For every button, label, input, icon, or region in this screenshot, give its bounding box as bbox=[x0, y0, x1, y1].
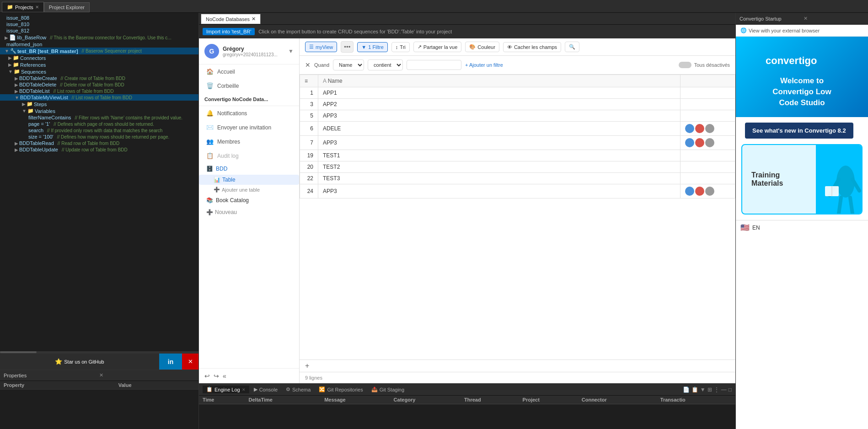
copy-button[interactable]: 📋 bbox=[691, 386, 698, 393]
disable-all-toggle[interactable]: Tous désactivés bbox=[679, 62, 730, 68]
menu-invite[interactable]: ✉️ Envoyer une invitation bbox=[199, 120, 299, 134]
filter-log-button[interactable]: ▼ bbox=[700, 386, 706, 393]
filter-field-select[interactable]: Name bbox=[333, 59, 364, 70]
tab-git-repos[interactable]: 🔀 Git Repositories bbox=[315, 386, 366, 393]
toggle-switch[interactable] bbox=[679, 62, 691, 68]
tree-item-bddread[interactable]: ▶ BDDTableRead // Read row of Table from… bbox=[0, 140, 198, 146]
cacher-button[interactable]: 👁 Cacher les champs bbox=[503, 42, 561, 52]
tree-item-lib-baserow[interactable]: ▶ 📄 lib_BaseRow // This is the Baserow c… bbox=[0, 34, 198, 41]
db-bdd[interactable]: 🗄️ BDD bbox=[199, 163, 299, 175]
close-filter-icon[interactable]: ✕ bbox=[305, 61, 311, 69]
menu-corbeille[interactable]: 🗑️ Corbeille bbox=[199, 79, 299, 93]
row-number: 7 bbox=[300, 136, 318, 150]
tree-item-references[interactable]: ▶ 📁 References bbox=[0, 61, 198, 68]
table-row[interactable]: 24APP3 bbox=[300, 184, 735, 198]
col-header-name[interactable]: A Name bbox=[318, 75, 680, 87]
tree-item-bddupdate[interactable]: ▶ BDDTableUpdate // Update row of Table … bbox=[0, 146, 198, 153]
tree-item-steps[interactable]: ▶ 📁 Steps bbox=[0, 101, 198, 107]
table-row[interactable]: 22TEST3 bbox=[300, 173, 735, 184]
menu-membres[interactable]: 👥 Membres bbox=[199, 134, 299, 149]
cacher-label: Cacher les champs bbox=[514, 44, 557, 50]
filter-button[interactable]: ▼ 1 Filtre bbox=[357, 42, 388, 52]
minimize-button[interactable]: — bbox=[721, 386, 727, 393]
tree-item-bdddelete[interactable]: ▶ BDDTableDelete // Delete row of Table … bbox=[0, 81, 198, 88]
row-number: 1 bbox=[300, 87, 318, 99]
tree-item-issue812[interactable]: issue_812 bbox=[0, 27, 198, 34]
layout-button[interactable]: ⊞ bbox=[707, 386, 712, 393]
table-row[interactable]: 6ADELE bbox=[300, 122, 735, 136]
book-catalog-item[interactable]: 📚 Book Catalog bbox=[199, 194, 299, 206]
menu-accueil[interactable]: 🏠 Accueil bbox=[199, 64, 299, 79]
table-row[interactable]: 7APP3 bbox=[300, 136, 735, 150]
tree-item-bddcreate[interactable]: ▶ BDDTableCreate // Create row of Table … bbox=[0, 75, 198, 81]
more-button[interactable]: ⋮ bbox=[714, 386, 719, 393]
tree-item-search[interactable]: search // If provided only rows with dat… bbox=[0, 127, 198, 134]
myview-button[interactable]: ☰ myView bbox=[305, 42, 337, 52]
nocode-tab-close[interactable]: ✕ bbox=[252, 16, 256, 22]
bddlist-expand: ▶ bbox=[15, 89, 18, 94]
row-avatar bbox=[705, 138, 714, 147]
table-row[interactable]: 5APP3 bbox=[300, 110, 735, 122]
tree-item-bddmyviewlist[interactable]: ▼ BDDTableMyViewList // List rows of Tab… bbox=[0, 94, 198, 101]
more-options-button[interactable]: ••• bbox=[341, 41, 354, 53]
tree-item-issue810[interactable]: issue_810 bbox=[0, 21, 198, 27]
add-filter-button[interactable]: + Ajouter un filtre bbox=[465, 62, 503, 68]
tree-item-issue808[interactable]: issue_808 bbox=[0, 15, 198, 21]
undo-button[interactable]: ↩ bbox=[204, 372, 210, 380]
add-table-button[interactable]: ➕ Ajouter une table bbox=[199, 185, 299, 194]
table-row[interactable]: 3APP2 bbox=[300, 99, 735, 110]
tab-projects[interactable]: 📁 Projects ✕ bbox=[2, 2, 44, 12]
nocode-sidebar: G Grégory gregoryv+202401181123... ▼ 🏠 A… bbox=[199, 38, 300, 383]
tab-git-staging[interactable]: 📤 Git Staging bbox=[368, 386, 408, 393]
bddread-expand: ▶ bbox=[15, 141, 18, 146]
collapse-button[interactable]: « bbox=[223, 372, 226, 380]
convertigo-header: Convertigo Startup ✕ bbox=[736, 13, 868, 25]
tab-explorer[interactable]: Project Explorer bbox=[44, 2, 90, 12]
tab-projects-close[interactable]: ✕ bbox=[35, 5, 39, 10]
training-section[interactable]: Training Materials bbox=[741, 144, 863, 214]
linkedin-button[interactable]: in bbox=[159, 354, 182, 370]
view-external-label: View with your external browser bbox=[749, 28, 820, 33]
close-icon: ✕ bbox=[188, 358, 193, 365]
table-row[interactable]: 1APP1 bbox=[300, 87, 735, 99]
tree-item-sequences[interactable]: ▼ 📁 Sequences bbox=[0, 68, 198, 75]
tree-item-page[interactable]: page = '1' // Defines which page of rows… bbox=[0, 121, 198, 127]
properties-close[interactable]: ✕ bbox=[99, 372, 195, 378]
tree-item-bddlist[interactable]: ▶ BDDTableList // List rows of Table fro… bbox=[0, 88, 198, 94]
filter-condition-select[interactable]: contient bbox=[368, 59, 403, 70]
engine-log-close[interactable]: ✕ bbox=[242, 387, 246, 392]
tree-item-variables[interactable]: ▼ 📁 Variables bbox=[0, 107, 198, 114]
tree-item-filterNameContains[interactable]: filterNameContains // Filter rows with '… bbox=[0, 114, 198, 121]
table-item-table[interactable]: 📊 Table bbox=[199, 175, 299, 185]
menu-notifications[interactable]: 🔔 Notifications bbox=[199, 106, 299, 120]
redo-button[interactable]: ↪ bbox=[214, 372, 219, 380]
couleur-button[interactable]: 🎨 Couleur bbox=[465, 42, 499, 52]
close-left-panel-button[interactable]: ✕ bbox=[182, 354, 198, 370]
tri-button[interactable]: ↕ Tri bbox=[391, 42, 410, 52]
tree-item-malformed[interactable]: malformed_json bbox=[0, 41, 198, 48]
tree-item-size[interactable]: size = '100' // Defines how many rows sh… bbox=[0, 134, 198, 140]
nouveau-button[interactable]: ➕ Nouveau bbox=[199, 206, 299, 218]
row-images bbox=[680, 110, 735, 122]
tab-console[interactable]: ▶ Console bbox=[250, 386, 281, 393]
menu-audit: 📋 Audit log bbox=[199, 149, 299, 163]
import-button[interactable]: Import into 'test_BR' bbox=[203, 28, 255, 35]
partager-button[interactable]: ↗ Partager la vue bbox=[413, 42, 462, 52]
table-row[interactable]: 19TEST1 bbox=[300, 150, 735, 161]
user-dropdown-icon[interactable]: ▼ bbox=[288, 48, 294, 54]
view-icon: ☰ bbox=[309, 44, 314, 50]
add-row-button[interactable]: + bbox=[305, 362, 309, 370]
search-table-button[interactable]: 🔍 bbox=[565, 42, 579, 52]
tab-nocode-databases[interactable]: NoCode Databases ✕ bbox=[201, 14, 261, 24]
github-button[interactable]: ⭐ Star us on GitHub bbox=[0, 354, 159, 370]
maximize-button[interactable]: □ bbox=[729, 386, 732, 393]
tab-engine-log[interactable]: 📋 Engine Log ✕ bbox=[203, 386, 249, 393]
table-row[interactable]: 20TEST2 bbox=[300, 161, 735, 173]
tree-item-connectors[interactable]: ▶ 📁 Connectors bbox=[0, 54, 198, 61]
new-file-button[interactable]: 📄 bbox=[683, 386, 690, 393]
news-button[interactable]: See what's new in Convertigo 8.2 bbox=[745, 123, 853, 139]
tree-item-project[interactable]: ▼ 🔧 test_BR [test_BR master] // Baserow … bbox=[0, 48, 198, 54]
convertigo-close[interactable]: ✕ bbox=[804, 16, 865, 21]
filter-value-input[interactable] bbox=[407, 60, 461, 70]
tab-schema[interactable]: ⚙ Schema bbox=[282, 386, 314, 393]
